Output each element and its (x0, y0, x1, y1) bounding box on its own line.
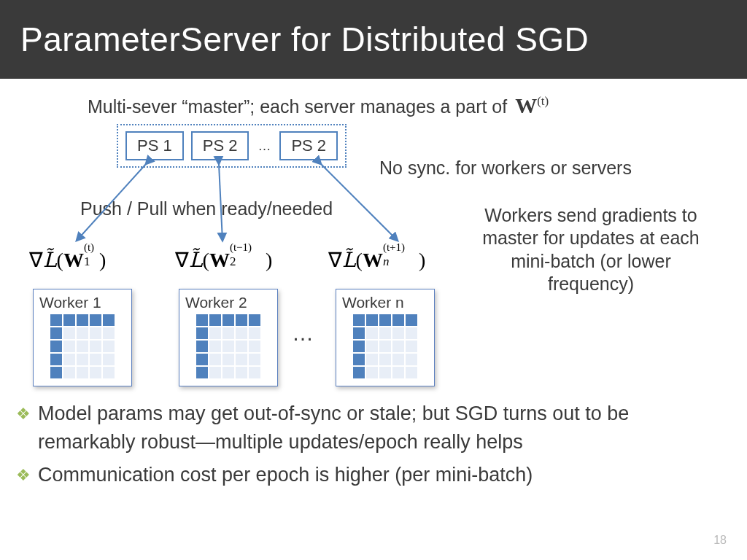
subtitle-text: Multi-sever “master”; each server manage… (88, 96, 512, 117)
matrix-icon (342, 314, 428, 378)
bullet-marker-icon: ❖ (16, 464, 31, 489)
gradient-formula-2: ∇L̃(W2(t−1) ) (175, 248, 272, 272)
subtitle: Multi-sever “master”; each server manage… (88, 93, 549, 118)
ps-box-3: PS 2 (279, 131, 338, 160)
workers-ellipsis: … (292, 321, 314, 346)
worker-label: Worker n (342, 294, 428, 311)
gradient-formula-3: ∇L̃(Wn(t+1) ) (328, 248, 425, 272)
bullet-item: ❖ Model params may get out-of-sync or st… (16, 400, 724, 456)
title-bar: ParameterServer for Distributed SGD (0, 0, 747, 79)
worker-box-2: Worker 2 (179, 289, 278, 386)
page-number: 18 (713, 534, 727, 547)
matrix-icon (39, 314, 125, 378)
bullet-text: Model params may get out-of-sync or stal… (38, 400, 724, 456)
note-push-pull: Push / Pull when ready/needed (80, 198, 333, 219)
note-workers-send: Workers send gradients to master for upd… (481, 204, 700, 295)
bullet-text: Communication cost per epoch is higher (… (38, 461, 533, 489)
gradient-formula-1: ∇L̃(W1(t) ) (29, 248, 106, 272)
bullet-marker-icon: ❖ (16, 402, 31, 456)
subtitle-math: W(t) (515, 93, 549, 118)
note-no-sync: No sync. for workers or servers (379, 158, 632, 179)
matrix-icon (185, 314, 271, 378)
ps-ellipsis: … (256, 139, 272, 154)
slide-title: ParameterServer for Distributed SGD (20, 20, 589, 59)
worker-box-1: Worker 1 (33, 289, 132, 386)
ps-box-1: PS 1 (125, 131, 184, 160)
worker-label: Worker 2 (185, 294, 271, 311)
worker-label: Worker 1 (39, 294, 125, 311)
bullet-item: ❖ Communication cost per epoch is higher… (16, 461, 724, 489)
worker-box-n: Worker n (336, 289, 435, 386)
bullet-list: ❖ Model params may get out-of-sync or st… (16, 400, 724, 494)
parameter-server-group: PS 1 PS 2 … PS 2 (117, 124, 347, 168)
ps-box-2: PS 2 (191, 131, 249, 160)
